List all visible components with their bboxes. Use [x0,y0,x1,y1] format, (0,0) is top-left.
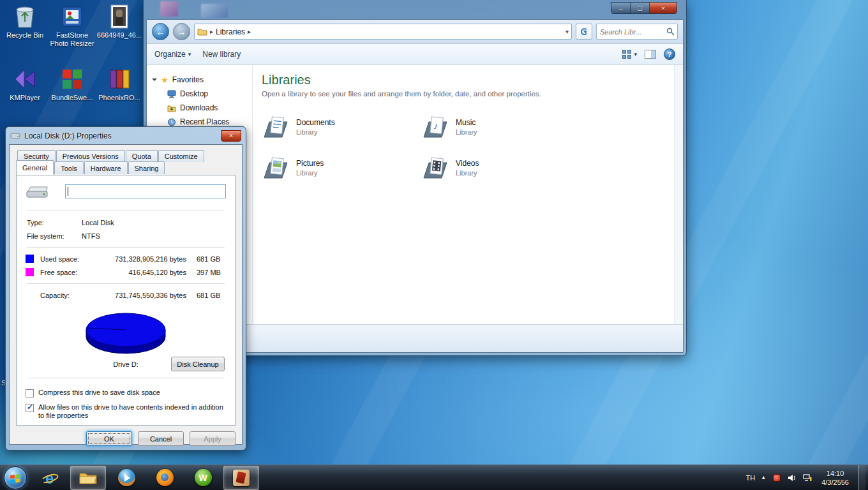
forward-arrow-icon: → [177,27,186,37]
filesystem-value: NTFS [82,232,100,240]
used-space-bytes: 731,328,905,216 bytes [101,255,186,263]
separator [27,378,225,378]
explorer-titlebar[interactable]: – □ × [146,0,684,19]
search-box[interactable] [596,24,678,40]
show-desktop-button[interactable] [858,465,865,490]
close-icon: × [661,4,665,12]
taskbar-button-firefox[interactable] [147,466,183,490]
check-icon: ✓ [27,403,33,412]
taskbar-clock[interactable]: 14:10 4/3/2556 [818,469,853,487]
expander-icon[interactable] [152,78,157,84]
taskbar-button-explorer[interactable] [70,466,106,490]
refresh-button[interactable] [576,24,592,40]
tab-sharing[interactable]: Sharing [128,161,165,174]
breadcrumb-segment[interactable]: Libraries [216,27,245,36]
library-item-documents[interactable]: DocumentsLibrary [262,112,421,142]
taskbar-button-media-player[interactable] [108,466,144,490]
library-item-videos[interactable]: VideosLibrary [421,152,581,183]
tab-quota[interactable]: Quota [126,150,158,162]
address-dropdown-icon[interactable]: ▾ [565,28,569,35]
used-space-label: Used space: [40,255,101,263]
compress-checkbox[interactable] [26,389,34,397]
drive-small-icon [10,132,20,140]
library-item-music[interactable]: ♪ MusicLibrary [421,112,581,142]
w-app-icon: W [195,469,212,486]
page-title: Libraries [262,73,683,87]
index-checkbox-row[interactable]: ✓ Allow files on this drive to have cont… [26,403,226,420]
dialog-title: Local Disk (D:) Properties [24,131,112,140]
firefox-icon [156,469,174,486]
bundlesweep-icon [59,66,85,92]
desktop-icon-bundlesweep[interactable]: BundleSwe... [49,66,96,102]
desktop-icon-phoenixro[interactable]: PhoenixRO... [96,66,143,102]
favorites-star-icon: ★ [161,75,168,85]
cancel-button[interactable]: Cancel [138,431,184,446]
sidebar-item-desktop[interactable]: Desktop [152,87,252,101]
dialog-close-button[interactable]: × [221,130,241,142]
folder-icon [79,470,98,486]
clock-time: 14:10 [821,469,849,478]
desktop-icon-photo-file[interactable]: 6664949_46... [96,4,143,40]
disk-properties-dialog: Local Disk (D:) Properties × Security Pr… [5,126,246,450]
index-checkbox[interactable]: ✓ [26,404,34,412]
library-item-pictures[interactable]: PicturesLibrary [262,152,421,183]
tab-previous-versions[interactable]: Previous Versions [56,150,125,162]
library-name: Videos [456,159,479,168]
separator [27,283,225,284]
taskbar-button-internet-explorer[interactable]: e [32,466,68,490]
clock-date: 4/3/2556 [821,478,849,487]
dialog-titlebar[interactable]: Local Disk (D:) Properties × [9,127,243,144]
network-icon[interactable] [802,473,812,482]
disk-usage-pie-chart [78,307,174,354]
used-space-size: 681 GB [186,255,226,263]
preview-pane-button[interactable] [645,50,656,59]
tab-customize[interactable]: Customize [158,150,204,162]
forward-button[interactable]: → [173,23,190,40]
organize-button[interactable]: Organize ▾ [154,50,191,59]
capacity-bytes: 731,745,550,336 bytes [101,292,186,299]
library-name: Documents [296,118,335,127]
tab-hardware[interactable]: Hardware [84,161,128,174]
start-button[interactable] [4,466,27,489]
tab-general[interactable]: General [16,160,54,175]
library-kind: Library [296,169,324,177]
back-button[interactable]: ← [152,23,169,40]
titlebar-glass-artifact [160,1,178,17]
sidebar-item-favorites[interactable]: ★ Favorites [152,73,252,87]
back-arrow-icon: ← [156,27,165,37]
windows-logo-icon [10,473,21,483]
compress-checkbox-row[interactable]: Compress this drive to save disk space [26,389,226,397]
sidebar-item-downloads[interactable]: Downloads [152,101,252,115]
close-icon: × [228,131,233,140]
taskbar-button-w-app[interactable]: W [185,466,221,490]
ok-button[interactable]: OK [86,431,132,446]
kmplayer-icon [12,66,38,92]
disk-cleanup-button[interactable]: Disk Cleanup [171,357,225,371]
general-tab-page: Type:Local Disk File system:NTFS Used sp… [16,175,236,426]
recycle-bin-icon [12,4,38,29]
change-view-button[interactable]: ▾ [622,50,637,59]
taskbar: e W TH ▲ 14:10 4/3/2556 [0,464,868,490]
search-input[interactable] [600,28,666,36]
desktop-icon-label: FastStone Photo Resizer [49,31,96,48]
new-library-button[interactable]: New library [202,50,241,59]
vertical-scrollbar[interactable] [674,65,683,324]
desktop-icon-faststone[interactable]: FastStone Photo Resizer [49,4,96,48]
close-button[interactable]: × [650,3,677,13]
language-indicator[interactable]: TH [746,474,756,482]
show-hidden-icons-button[interactable]: ▲ [761,475,766,480]
maximize-button[interactable]: □ [631,3,650,13]
volume-icon[interactable] [787,473,797,482]
desktop-icon-kmplayer[interactable]: KMPlayer [1,66,49,102]
organize-label: Organize [154,50,186,59]
address-bar[interactable]: ▸ Libraries ▸ ▾ [194,24,572,40]
minimize-button[interactable]: – [611,3,631,13]
navigation-bar: ← → ▸ Libraries ▸ ▾ [147,20,683,44]
help-button[interactable]: ? [664,48,675,60]
volume-label-input[interactable] [65,184,226,198]
taskbar-button-game[interactable] [223,466,259,490]
tab-tools[interactable]: Tools [54,161,84,174]
apply-button[interactable]: Apply [190,431,236,446]
desktop-icon-recycle-bin[interactable]: Recycle Bin [1,4,49,40]
tray-app-icon[interactable] [772,473,781,482]
